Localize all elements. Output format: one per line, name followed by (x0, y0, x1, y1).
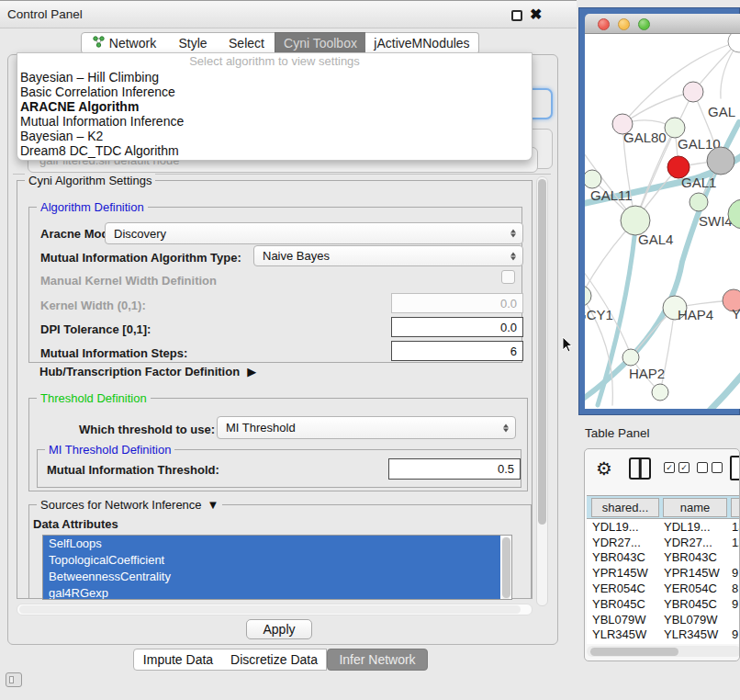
expanded-arrow-icon[interactable]: ▼ (207, 498, 219, 512)
scrollbar-thumb[interactable] (19, 605, 521, 614)
split-columns-icon[interactable] (629, 457, 651, 480)
gear-icon[interactable]: ⚙ (596, 457, 612, 480)
network-node[interactable] (652, 384, 668, 401)
stepper-arrows-icon (503, 423, 509, 432)
network-node[interactable] (683, 82, 703, 102)
network-node[interactable] (585, 286, 591, 306)
table-horizontal-scrollbar[interactable] (587, 646, 740, 657)
network-edge[interactable] (622, 92, 693, 124)
network-node[interactable] (622, 349, 639, 366)
network-node[interactable] (585, 170, 601, 188)
table-cell: YBL079W (664, 613, 718, 627)
algorithm-prompt: Select algorithm to view settings (17, 53, 532, 70)
which-threshold-value: MI Threshold (226, 421, 296, 435)
network-canvas[interactable]: GALGAL80GAL10GAL1GAL11SWI4GAL4GCY1HAP4YH… (585, 34, 740, 409)
tab-label: Cyni Toolbox (284, 36, 357, 51)
close-icon[interactable]: ✖ (530, 6, 542, 24)
algorithm-option[interactable]: Bayesian – Hill Climbing (17, 70, 532, 85)
network-window-titlebar[interactable] (585, 14, 740, 34)
mac-close-button[interactable] (598, 18, 610, 30)
apply-button[interactable]: Apply (246, 619, 312, 639)
column-header[interactable] (731, 498, 740, 517)
tab-impute-data[interactable]: Impute Data (133, 649, 223, 671)
tab-jactivemnodules[interactable]: jActiveMNodules (365, 32, 479, 54)
tab-cyni-toolbox[interactable]: Cyni Toolbox (275, 32, 366, 54)
list-item[interactable]: TopologicalCoefficient (43, 552, 500, 569)
which-threshold-select[interactable]: MI Threshold (217, 416, 516, 439)
mi-steps-value: 6 (510, 344, 517, 358)
list-item[interactable]: SelfLoops (43, 536, 500, 552)
float-window-icon[interactable] (511, 10, 522, 21)
table-row[interactable]: YBL079WYBL079W (587, 612, 740, 627)
table-cell: YBR045C (592, 597, 645, 611)
network-edge[interactable] (706, 363, 740, 409)
scrollbar-thumb[interactable] (590, 648, 678, 656)
network-node-label: GAL4 (638, 231, 673, 247)
network-node[interactable] (665, 118, 685, 138)
table-cell: YPR145W (664, 566, 720, 580)
apply-label: Apply (263, 622, 295, 637)
tab-infer-network[interactable]: Infer Network (327, 649, 428, 671)
dpi-tolerance-field[interactable]: 0.0 (391, 317, 523, 337)
table-row[interactable]: YDR27...YDR27...12 (587, 535, 740, 550)
tab-label: Impute Data (143, 652, 213, 667)
table-cell: 8. (732, 581, 740, 595)
cyni-settings-group: Cyni Algorithm Settings Algorithm Defini… (17, 180, 533, 599)
group-title: Sources for Network Inference ▼ (37, 498, 222, 512)
manual-kernel-checkbox[interactable] (501, 270, 515, 284)
mi-type-select[interactable]: Naive Bayes (253, 245, 523, 266)
table-panel: ⚙ ✓✓ shared... name YDL19...YDL19...13YD… (584, 448, 740, 661)
data-attributes-label: Data Attributes (33, 517, 118, 531)
list-scrollbar[interactable] (501, 536, 510, 600)
table-row[interactable]: YLR345WYLR345W9. (587, 627, 740, 643)
mac-zoom-button[interactable] (638, 18, 650, 30)
algorithm-option-selected[interactable]: ARACNE Algorithm (17, 99, 532, 114)
tab-style[interactable]: Style (167, 32, 219, 54)
data-attributes-list[interactable]: SelfLoops TopologicalCoefficient Between… (42, 535, 512, 600)
network-node[interactable] (707, 147, 734, 175)
hub-definition-label: Hub/Transcription Factor Definition (39, 365, 240, 378)
table-cell: YIL053C (592, 643, 639, 644)
table-cell: YBR043C (664, 550, 717, 564)
table-cell: YER054C (592, 581, 645, 595)
table-row[interactable]: YIL053CYIL053C8. (587, 642, 740, 644)
tab-network[interactable]: Network (81, 32, 168, 54)
list-scrollbar-thumb[interactable] (502, 537, 510, 598)
settings-horizontal-scrollbar[interactable] (17, 604, 533, 615)
network-node[interactable] (728, 34, 740, 52)
table-row[interactable]: YPR145WYPR145W9. (587, 565, 740, 581)
mi-threshold-field[interactable]: 0.5 (388, 458, 521, 480)
mi-type-value: Naive Bayes (263, 249, 330, 263)
column-header[interactable]: shared... (591, 498, 659, 517)
collapsed-arrow-icon: ▶ (247, 365, 256, 378)
aracne-mode-select[interactable]: Discovery (105, 222, 523, 244)
tab-discretize-data[interactable]: Discretize Data (222, 649, 327, 671)
table-row[interactable]: YBR045CYBR045C9. (587, 596, 740, 612)
stepper-arrows-icon (510, 252, 516, 260)
network-node[interactable] (690, 193, 708, 211)
column-header[interactable]: name (663, 498, 727, 517)
list-item[interactable]: gal4RGexp (43, 585, 500, 600)
tab-select[interactable]: Select (219, 32, 275, 54)
mi-threshold-value: 0.5 (498, 462, 514, 476)
tab-label: Style (178, 36, 207, 51)
algorithm-option[interactable]: Bayesian – K2 (17, 129, 532, 143)
table-row[interactable]: YBR043CYBR043C (587, 550, 740, 566)
mac-minimize-button[interactable] (618, 18, 630, 30)
algorithm-option[interactable]: Dream8 DC_TDC Algorithm (17, 143, 532, 158)
hub-definition-toggle[interactable]: Hub/Transcription Factor Definition ▶ (39, 365, 256, 378)
algorithm-option[interactable]: Basic Correlation Inference (17, 85, 532, 99)
settings-vertical-scrollbar[interactable] (536, 176, 548, 606)
unchecked-boxes-icon[interactable] (697, 462, 723, 473)
table-row[interactable]: YER054CYER054C8. (587, 581, 740, 596)
scrollbar-thumb[interactable] (538, 179, 546, 525)
checked-boxes-icon[interactable]: ✓✓ (664, 462, 690, 473)
algorithm-option[interactable]: Mutual Information Inference (17, 114, 532, 129)
table-row[interactable]: YDL19...YDL19...13 (587, 519, 740, 535)
minimized-panel-icon[interactable] (6, 672, 22, 687)
list-item[interactable]: BetweennessCentrality (43, 569, 500, 585)
table-cell: 12 (732, 536, 740, 549)
page-icon[interactable] (730, 456, 740, 480)
mi-steps-field[interactable]: 6 (391, 341, 523, 361)
mi-threshold-label: Mutual Information Threshold: (47, 463, 219, 477)
